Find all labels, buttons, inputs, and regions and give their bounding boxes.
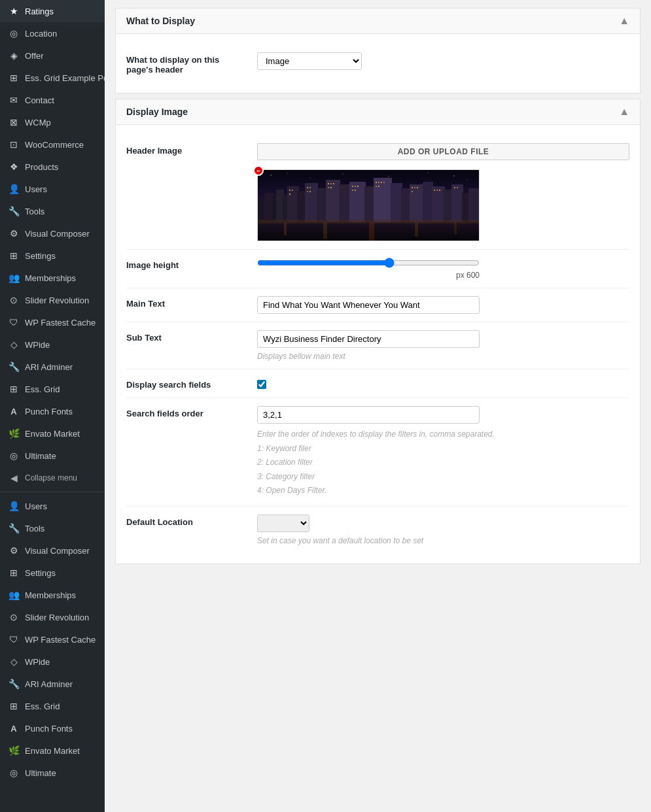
- sidebar-label-settings2: Settings: [25, 568, 56, 578]
- sidebar-item-settings2[interactable]: ⊞ Settings: [0, 562, 105, 584]
- sidebar-item-wcmp[interactable]: ⊠ WCMp: [0, 111, 105, 133]
- svg-rect-56: [414, 187, 415, 188]
- svg-rect-44: [352, 186, 353, 187]
- sidebar-item-envato-market2[interactable]: 🌿 Envato Market: [0, 739, 105, 762]
- main-content: What to Display ▲ What to display on thi…: [105, 0, 651, 812]
- svg-rect-27: [432, 186, 445, 222]
- ess-grid-icon: ⊞: [8, 383, 20, 395]
- sidebar-item-tools[interactable]: 🔧 Tools: [0, 200, 105, 222]
- svg-rect-43: [330, 187, 332, 188]
- sidebar-label-wpide: WPide: [25, 340, 50, 350]
- default-location-label: Default Location: [126, 515, 244, 527]
- sidebar-item-visual-composer[interactable]: ⚙ Visual Composer: [0, 222, 105, 245]
- products-icon: ❖: [8, 161, 20, 173]
- users-icon: 👤: [8, 183, 20, 195]
- default-location-select[interactable]: [257, 515, 309, 532]
- ultimate2-icon: ◎: [8, 767, 20, 779]
- sidebar-label-envato-market: Envato Market: [25, 429, 80, 439]
- header-image-control: ADD OR UPLOAD FILE −: [257, 143, 629, 241]
- visual-composer-icon: ⚙: [8, 228, 20, 239]
- sidebar-item-envato-market[interactable]: 🌿 Envato Market: [0, 422, 105, 445]
- sidebar-item-location[interactable]: ◎ Location: [0, 22, 105, 44]
- wp-fastest-cache-icon: 🛡: [8, 316, 20, 328]
- sidebar-label-ess-grid2: Ess. Grid: [25, 702, 60, 711]
- sidebar-item-punch-fonts2[interactable]: A Punch Fonts: [0, 717, 105, 739]
- sidebar-item-ari-adminer2[interactable]: 🔧 ARI Adminer: [0, 673, 105, 695]
- wpide2-icon: ◇: [8, 656, 20, 668]
- tools2-icon: 🔧: [8, 522, 20, 534]
- svg-rect-31: [468, 188, 480, 222]
- sidebar-item-woocommerce[interactable]: ⊡ WooCommerce: [0, 133, 105, 156]
- sidebar-label-products: Products: [25, 162, 58, 172]
- sidebar-label-visual-composer: Visual Composer: [25, 229, 90, 239]
- display-search-label: Display search fields: [126, 377, 244, 390]
- svg-rect-57: [417, 187, 418, 188]
- sidebar-item-settings[interactable]: ⊞ Settings: [0, 245, 105, 267]
- sidebar-label-ari-adminer: ARI Adminer: [25, 362, 73, 372]
- sidebar-label-tools: Tools: [25, 207, 44, 216]
- sidebar-item-tools2[interactable]: 🔧 Tools: [0, 517, 105, 539]
- sidebar-item-ultimate2[interactable]: ◎ Ultimate: [0, 762, 105, 784]
- height-slider[interactable]: [257, 258, 480, 268]
- sidebar-item-offer[interactable]: ◈ Offer: [0, 44, 105, 67]
- sub-text-input[interactable]: [257, 330, 480, 348]
- search-order-input[interactable]: [257, 406, 480, 424]
- sidebar-item-wpide2[interactable]: ◇ WPide: [0, 651, 105, 673]
- sidebar-label-users2: Users: [25, 501, 47, 511]
- sidebar-label-slider-revolution: Slider Revolution: [25, 296, 89, 305]
- sidebar-item-memberships[interactable]: 👥 Memberships: [0, 267, 105, 289]
- collapse-menu-label: Collapse menu: [25, 473, 77, 482]
- sidebar-item-memberships2[interactable]: 👥 Memberships: [0, 584, 105, 606]
- svg-rect-28: [444, 190, 453, 222]
- upload-file-button[interactable]: ADD OR UPLOAD FILE: [257, 143, 629, 160]
- sidebar-item-wp-fastest-cache[interactable]: 🛡 WP Fastest Cache: [0, 311, 105, 333]
- sidebar-item-slider-revolution2[interactable]: ⊙ Slider Revolution: [0, 606, 105, 628]
- location-icon: ◎: [8, 27, 20, 39]
- image-height-row: Image height px 600: [126, 250, 629, 288]
- sidebar-item-ess-grid-example[interactable]: ⊞ Ess. Grid Example Posts: [0, 67, 105, 89]
- sidebar-item-products[interactable]: ❖ Products: [0, 156, 105, 178]
- svg-point-5: [388, 176, 389, 177]
- svg-rect-45: [355, 186, 356, 187]
- sidebar-item-users2[interactable]: 👤 Users: [0, 495, 105, 517]
- svg-rect-41: [333, 183, 334, 184]
- sidebar-item-ari-adminer[interactable]: 🔧 ARI Adminer: [0, 356, 105, 378]
- sidebar-item-wp-fastest-cache2[interactable]: 🛡 WP Fastest Cache: [0, 628, 105, 651]
- display-search-control: [257, 377, 629, 389]
- sidebar-item-ratings[interactable]: ★ Ratings: [0, 0, 105, 22]
- display-image-collapse-icon[interactable]: ▲: [619, 106, 629, 118]
- header-image-preview: [257, 169, 480, 241]
- search-order-help: Enter the order of indexes to display th…: [257, 428, 629, 498]
- sidebar-item-ess-grid2[interactable]: ⊞ Ess. Grid: [0, 695, 105, 717]
- display-search-checkbox[interactable]: [257, 380, 266, 389]
- sidebar-item-slider-revolution[interactable]: ⊙ Slider Revolution: [0, 289, 105, 311]
- remove-image-button[interactable]: −: [253, 165, 264, 176]
- svg-rect-24: [401, 188, 411, 222]
- svg-rect-17: [317, 188, 327, 222]
- sidebar-label-memberships: Memberships: [25, 273, 76, 283]
- height-slider-wrap: px 600: [257, 258, 480, 280]
- svg-rect-26: [423, 182, 433, 222]
- svg-point-2: [287, 173, 288, 174]
- sidebar-item-visual-composer2[interactable]: ⚙ Visual Composer: [0, 539, 105, 562]
- envato-market-icon: 🌿: [8, 428, 20, 439]
- svg-rect-22: [374, 178, 392, 222]
- sidebar-item-punch-fonts[interactable]: A Punch Fonts: [0, 400, 105, 422]
- sidebar-item-ess-grid[interactable]: ⊞ Ess. Grid: [0, 378, 105, 400]
- main-text-input[interactable]: [257, 296, 480, 314]
- display-type-select[interactable]: Image Video Slideshow None: [257, 52, 362, 70]
- sidebar-item-users[interactable]: 👤 Users: [0, 178, 105, 200]
- display-image-section: Display Image ▲ Header Image ADD OR UPLO…: [115, 99, 641, 564]
- sidebar-label-envato-market2: Envato Market: [25, 746, 80, 756]
- sidebar-item-contact[interactable]: ✉ Contact: [0, 89, 105, 111]
- collapse-menu-button[interactable]: ◀ Collapse menu: [0, 467, 105, 489]
- sidebar-label-punch-fonts2: Punch Fonts: [25, 724, 73, 734]
- wpide-icon: ◇: [8, 339, 20, 350]
- punch-fonts-icon: A: [8, 405, 20, 417]
- svg-point-7: [453, 175, 454, 176]
- sidebar-item-ultimate[interactable]: ◎ Ultimate: [0, 445, 105, 467]
- sidebar-item-wpide[interactable]: ◇ WPide: [0, 333, 105, 356]
- what-to-display-collapse-icon[interactable]: ▲: [619, 15, 629, 27]
- sub-text-row: Sub Text Displays bellow main text: [126, 322, 629, 369]
- svg-rect-62: [454, 187, 455, 188]
